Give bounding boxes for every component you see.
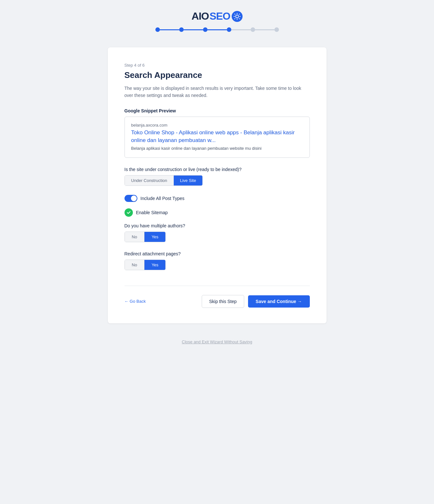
step-dot-6 xyxy=(274,27,279,32)
multiple-authors-section: Do you have multiple authors? No Yes xyxy=(125,223,310,242)
enable-sitemap-row: Enable Sitemap xyxy=(125,208,310,217)
skip-button[interactable]: Skip this Step xyxy=(202,295,244,308)
live-site-button[interactable]: Live Site xyxy=(174,176,203,185)
logo-seo-text: SEO xyxy=(209,10,230,22)
save-continue-button[interactable]: Save and Continue → xyxy=(248,295,310,308)
svg-point-0 xyxy=(232,11,243,22)
under-construction-button[interactable]: Under Construction xyxy=(125,176,174,185)
redirect-attachments-section: Redirect attachment pages? No Yes xyxy=(125,251,310,270)
include-post-types-row: Include All Post Types xyxy=(125,195,310,202)
footer-actions: Skip this Step Save and Continue → xyxy=(202,295,310,308)
redirect-attachments-yes-button[interactable]: Yes xyxy=(144,260,165,270)
step-indicator xyxy=(155,27,279,32)
close-exit-link[interactable]: Close and Exit Wizard Without Saving xyxy=(182,339,252,344)
redirect-attachments-toggle-group: No Yes xyxy=(125,260,166,270)
step-dot-4 xyxy=(227,27,231,32)
multiple-authors-toggle-group: No Yes xyxy=(125,232,166,242)
step-line-4 xyxy=(231,29,251,30)
include-post-types-toggle[interactable] xyxy=(125,195,137,202)
redirect-attachments-no-button[interactable]: No xyxy=(125,260,145,270)
enable-sitemap-check[interactable] xyxy=(125,208,133,217)
header: AIO SEO xyxy=(155,10,279,41)
construction-section: Is the site under construction or live (… xyxy=(125,167,310,186)
step-line-3 xyxy=(208,29,227,30)
snippet-box: belanja.axcora.com Toko Online Shop - Ap… xyxy=(125,117,310,158)
step-label: Step 4 of 6 xyxy=(125,63,310,68)
main-card: Step 4 of 6 Search Appearance The way yo… xyxy=(108,47,327,323)
step-line-5 xyxy=(255,29,274,30)
logo: AIO SEO xyxy=(191,10,242,22)
step-dot-3 xyxy=(203,27,208,32)
include-post-types-label: Include All Post Types xyxy=(141,196,185,201)
step-dot-2 xyxy=(179,27,184,32)
checkmark-icon xyxy=(126,210,131,215)
page-title: Search Appearance xyxy=(125,70,310,80)
step-dot-5 xyxy=(251,27,255,32)
snippet-url: belanja.axcora.com xyxy=(131,123,303,128)
close-link-wrapper: Close and Exit Wizard Without Saving xyxy=(182,339,252,345)
snippet-label: Google Snippet Preview xyxy=(125,108,310,113)
redirect-attachments-question: Redirect attachment pages? xyxy=(125,251,310,256)
construction-toggle-group: Under Construction Live Site xyxy=(125,175,203,186)
multiple-authors-question: Do you have multiple authors? xyxy=(125,223,310,228)
step-dot-1 xyxy=(155,27,160,32)
step-line-1 xyxy=(160,29,179,30)
page-description: The way your site is displayed in search… xyxy=(125,85,310,99)
step-line-2 xyxy=(184,29,203,30)
snippet-description: Belanja aplikasi kasir online dan layana… xyxy=(131,145,303,152)
construction-question-text: Is the site under construction or live (… xyxy=(125,167,310,172)
logo-aio-text: AIO xyxy=(191,10,209,22)
multiple-authors-yes-button[interactable]: Yes xyxy=(144,232,165,242)
enable-sitemap-label: Enable Sitemap xyxy=(136,210,168,215)
card-footer: ← Go Back Skip this Step Save and Contin… xyxy=(125,286,310,308)
multiple-authors-no-button[interactable]: No xyxy=(125,232,145,242)
go-back-link[interactable]: ← Go Back xyxy=(125,299,146,304)
snippet-title: Toko Online Shop - Aplikasi online web a… xyxy=(131,129,303,144)
logo-gear-icon xyxy=(232,11,243,22)
